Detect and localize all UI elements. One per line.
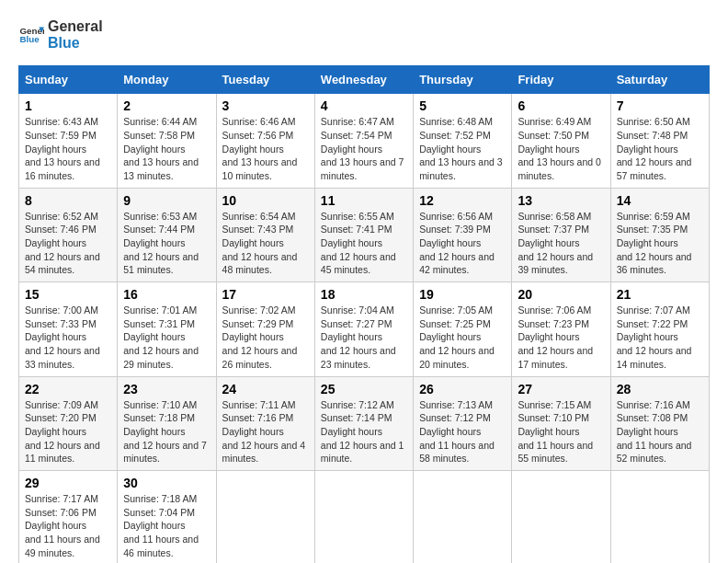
- day-number: 17: [222, 287, 309, 302]
- calendar-cell: 24 Sunrise: 7:11 AM Sunset: 7:16 PM Dayl…: [216, 376, 314, 470]
- calendar-cell: 2 Sunrise: 6:44 AM Sunset: 7:58 PM Dayli…: [118, 94, 216, 188]
- day-detail: Sunrise: 7:07 AM Sunset: 7:22 PM Dayligh…: [617, 304, 703, 371]
- col-sunday: Sunday: [19, 66, 118, 94]
- day-detail: Sunrise: 7:18 AM Sunset: 7:04 PM Dayligh…: [123, 492, 210, 559]
- svg-text:Blue: Blue: [19, 34, 40, 44]
- day-number: 21: [617, 287, 703, 302]
- calendar-cell: 18 Sunrise: 7:04 AM Sunset: 7:27 PM Dayl…: [314, 282, 413, 376]
- day-number: 26: [419, 382, 506, 396]
- day-detail: Sunrise: 7:00 AM Sunset: 7:33 PM Dayligh…: [25, 304, 111, 371]
- day-detail: Sunrise: 6:52 AM Sunset: 7:46 PM Dayligh…: [25, 210, 111, 277]
- day-detail: Sunrise: 7:06 AM Sunset: 7:23 PM Dayligh…: [518, 304, 604, 371]
- day-number: 15: [25, 287, 111, 302]
- calendar-cell: 20 Sunrise: 7:06 AM Sunset: 7:23 PM Dayl…: [512, 282, 610, 376]
- col-saturday: Saturday: [610, 66, 709, 94]
- day-detail: Sunrise: 6:48 AM Sunset: 7:52 PM Dayligh…: [419, 115, 506, 182]
- day-detail: Sunrise: 6:43 AM Sunset: 7:59 PM Dayligh…: [25, 115, 111, 182]
- logo: General Blue General Blue: [18, 18, 103, 51]
- day-detail: Sunrise: 6:47 AM Sunset: 7:54 PM Dayligh…: [321, 115, 407, 182]
- day-detail: Sunrise: 7:13 AM Sunset: 7:12 PM Dayligh…: [419, 398, 506, 465]
- day-number: 27: [518, 382, 604, 396]
- day-detail: Sunrise: 6:58 AM Sunset: 7:37 PM Dayligh…: [518, 210, 604, 277]
- day-number: 9: [123, 193, 210, 208]
- calendar-cell: 23 Sunrise: 7:10 AM Sunset: 7:18 PM Dayl…: [118, 376, 216, 470]
- day-number: 30: [123, 476, 210, 490]
- day-detail: Sunrise: 7:05 AM Sunset: 7:25 PM Dayligh…: [419, 304, 506, 371]
- col-thursday: Thursday: [414, 66, 512, 94]
- day-number: 3: [222, 98, 309, 113]
- calendar-cell: 22 Sunrise: 7:09 AM Sunset: 7:20 PM Dayl…: [19, 376, 118, 470]
- day-detail: Sunrise: 7:15 AM Sunset: 7:10 PM Dayligh…: [518, 398, 604, 465]
- calendar-cell: [216, 470, 314, 563]
- day-detail: Sunrise: 6:49 AM Sunset: 7:50 PM Dayligh…: [518, 115, 604, 182]
- col-wednesday: Wednesday: [314, 66, 413, 94]
- day-detail: Sunrise: 6:44 AM Sunset: 7:58 PM Dayligh…: [123, 115, 210, 182]
- calendar-cell: 15 Sunrise: 7:00 AM Sunset: 7:33 PM Dayl…: [19, 282, 118, 376]
- day-number: 11: [321, 193, 407, 208]
- day-detail: Sunrise: 7:11 AM Sunset: 7:16 PM Dayligh…: [222, 398, 309, 465]
- calendar-cell: 9 Sunrise: 6:53 AM Sunset: 7:44 PM Dayli…: [118, 188, 216, 282]
- day-detail: Sunrise: 6:50 AM Sunset: 7:48 PM Dayligh…: [617, 115, 703, 182]
- day-detail: Sunrise: 7:04 AM Sunset: 7:27 PM Dayligh…: [321, 304, 407, 371]
- day-number: 28: [617, 382, 703, 396]
- day-detail: Sunrise: 6:59 AM Sunset: 7:35 PM Dayligh…: [617, 210, 703, 277]
- day-number: 19: [419, 287, 506, 302]
- day-detail: Sunrise: 6:55 AM Sunset: 7:41 PM Dayligh…: [321, 210, 407, 277]
- day-detail: Sunrise: 7:17 AM Sunset: 7:06 PM Dayligh…: [25, 492, 111, 559]
- day-number: 12: [419, 193, 506, 208]
- day-detail: Sunrise: 6:46 AM Sunset: 7:56 PM Dayligh…: [222, 115, 309, 182]
- calendar-cell: 8 Sunrise: 6:52 AM Sunset: 7:46 PM Dayli…: [19, 188, 118, 282]
- calendar-cell: 28 Sunrise: 7:16 AM Sunset: 7:08 PM Dayl…: [610, 376, 709, 470]
- calendar-cell: [314, 470, 413, 563]
- calendar-cell: [414, 470, 512, 563]
- day-number: 1: [25, 98, 111, 113]
- calendar-cell: 6 Sunrise: 6:49 AM Sunset: 7:50 PM Dayli…: [512, 94, 610, 188]
- day-number: 7: [617, 98, 703, 113]
- day-detail: Sunrise: 7:01 AM Sunset: 7:31 PM Dayligh…: [123, 304, 210, 371]
- day-number: 23: [123, 382, 210, 396]
- calendar-cell: 3 Sunrise: 6:46 AM Sunset: 7:56 PM Dayli…: [216, 94, 314, 188]
- col-friday: Friday: [512, 66, 610, 94]
- calendar-cell: 25 Sunrise: 7:12 AM Sunset: 7:14 PM Dayl…: [314, 376, 413, 470]
- day-detail: Sunrise: 6:53 AM Sunset: 7:44 PM Dayligh…: [123, 210, 210, 277]
- day-number: 4: [321, 98, 407, 113]
- calendar-cell: 10 Sunrise: 6:54 AM Sunset: 7:43 PM Dayl…: [216, 188, 314, 282]
- calendar-cell: 7 Sunrise: 6:50 AM Sunset: 7:48 PM Dayli…: [610, 94, 709, 188]
- day-number: 18: [321, 287, 407, 302]
- col-monday: Monday: [118, 66, 216, 94]
- calendar-cell: 21 Sunrise: 7:07 AM Sunset: 7:22 PM Dayl…: [610, 282, 709, 376]
- calendar-cell: 12 Sunrise: 6:56 AM Sunset: 7:39 PM Dayl…: [414, 188, 512, 282]
- calendar-cell: 4 Sunrise: 6:47 AM Sunset: 7:54 PM Dayli…: [314, 94, 413, 188]
- calendar-cell: 14 Sunrise: 6:59 AM Sunset: 7:35 PM Dayl…: [610, 188, 709, 282]
- day-number: 2: [123, 98, 210, 113]
- day-number: 6: [518, 98, 604, 113]
- day-number: 22: [25, 382, 111, 396]
- calendar-cell: 30 Sunrise: 7:18 AM Sunset: 7:04 PM Dayl…: [118, 470, 216, 563]
- calendar-cell: 13 Sunrise: 6:58 AM Sunset: 7:37 PM Dayl…: [512, 188, 610, 282]
- day-number: 8: [25, 193, 111, 208]
- page-header: General Blue General Blue: [18, 18, 710, 51]
- calendar-cell: 17 Sunrise: 7:02 AM Sunset: 7:29 PM Dayl…: [216, 282, 314, 376]
- calendar-cell: 16 Sunrise: 7:01 AM Sunset: 7:31 PM Dayl…: [118, 282, 216, 376]
- calendar-cell: 1 Sunrise: 6:43 AM Sunset: 7:59 PM Dayli…: [19, 94, 118, 188]
- day-number: 5: [419, 98, 506, 113]
- day-detail: Sunrise: 7:12 AM Sunset: 7:14 PM Dayligh…: [321, 398, 407, 465]
- day-number: 29: [25, 476, 111, 490]
- day-number: 20: [518, 287, 604, 302]
- logo-icon: General Blue: [18, 22, 44, 48]
- day-detail: Sunrise: 7:16 AM Sunset: 7:08 PM Dayligh…: [617, 398, 703, 465]
- day-number: 10: [222, 193, 309, 208]
- day-number: 16: [123, 287, 210, 302]
- calendar-cell: 29 Sunrise: 7:17 AM Sunset: 7:06 PM Dayl…: [19, 470, 118, 563]
- calendar-cell: [512, 470, 610, 563]
- day-number: 13: [518, 193, 604, 208]
- calendar-cell: 27 Sunrise: 7:15 AM Sunset: 7:10 PM Dayl…: [512, 376, 610, 470]
- calendar-cell: 26 Sunrise: 7:13 AM Sunset: 7:12 PM Dayl…: [414, 376, 512, 470]
- col-tuesday: Tuesday: [216, 66, 314, 94]
- day-number: 25: [321, 382, 407, 396]
- day-number: 14: [617, 193, 703, 208]
- calendar-cell: [610, 470, 709, 563]
- day-detail: Sunrise: 7:02 AM Sunset: 7:29 PM Dayligh…: [222, 304, 309, 371]
- calendar-cell: 19 Sunrise: 7:05 AM Sunset: 7:25 PM Dayl…: [414, 282, 512, 376]
- day-detail: Sunrise: 6:56 AM Sunset: 7:39 PM Dayligh…: [419, 210, 506, 277]
